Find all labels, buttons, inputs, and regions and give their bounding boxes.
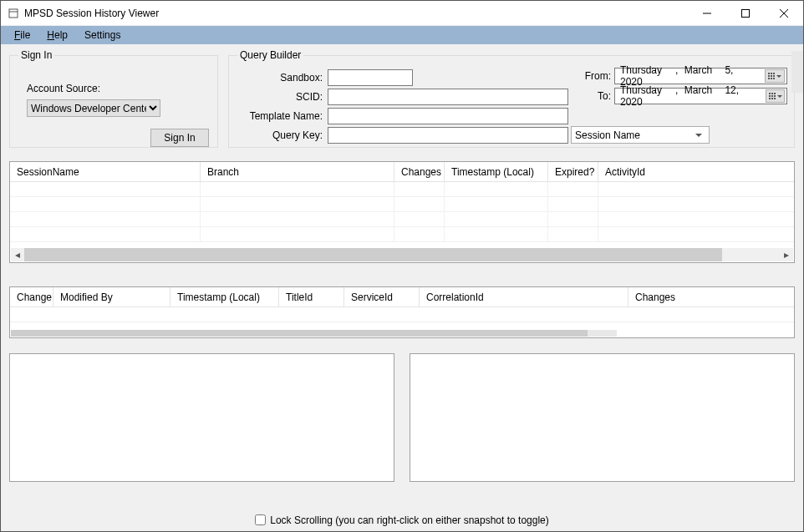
to-label: To: [598,90,611,102]
table-row[interactable] [10,182,794,197]
footer: Lock Scrolling (you can right-click on e… [1,514,803,529]
right-scrollbar[interactable] [791,51,803,93]
menubar: File Help Settings [1,26,803,44]
col-timestamp[interactable]: Timestamp (Local) [445,162,548,181]
scid-input[interactable] [328,89,568,105]
table-row[interactable] [10,212,794,227]
scroll-right-icon[interactable]: ▸ [780,248,793,261]
titlebar: MPSD Session History Viewer [1,1,803,26]
col-correlationid[interactable]: CorrelationId [420,287,628,307]
signin-group: Sign In Account Source: Windows Develope… [9,49,218,148]
snapshot-right-pane[interactable] [410,353,795,482]
signin-legend: Sign In [18,49,54,61]
table-row[interactable] [10,227,794,242]
table-row[interactable] [10,197,794,212]
col-expired[interactable]: Expired? [548,162,598,181]
col-serviceid[interactable]: ServiceId [344,287,420,307]
col-timestamp2[interactable]: Timestamp (Local) [170,287,279,307]
account-source-select[interactable]: Windows Developer Center [27,99,160,117]
sessions-grid-header: SessionName Branch Changes Timestamp (Lo… [10,162,794,182]
changes-hscrollbar[interactable] [11,330,617,337]
from-date-picker[interactable]: Thursday, March 5, 2020 [614,68,787,84]
content-area: Sign In Account Source: Windows Develope… [1,44,803,531]
menu-help[interactable]: Help [38,28,76,43]
changes-grid[interactable]: Change Modified By Timestamp (Local) Tit… [9,286,795,338]
sandbox-label: Sandbox: [237,72,328,84]
from-label: From: [585,70,611,82]
query-legend: Query Builder [237,49,303,61]
table-row[interactable] [10,307,794,322]
to-date-dropdown-icon[interactable] [766,89,785,103]
query-key-type-select[interactable]: Session Name [571,126,710,144]
close-button[interactable] [765,1,803,26]
sessions-grid-body [10,182,794,242]
scid-label: SCID: [237,91,328,103]
to-date-picker[interactable]: Thursday, March 12, 2020 [614,88,787,104]
sandbox-input[interactable] [328,69,413,86]
minimize-button[interactable] [688,1,726,26]
col-sessionname[interactable]: SessionName [10,162,201,181]
sessions-hscrollbar[interactable]: ◂ ▸ [11,248,793,261]
col-modifiedby[interactable]: Modified By [53,287,170,307]
lock-scrolling-checkbox[interactable] [255,514,266,525]
col-branch[interactable]: Branch [201,162,394,181]
scroll-left-icon[interactable]: ◂ [11,248,24,261]
template-name-input[interactable] [328,108,568,124]
account-source-label: Account Source: [27,83,209,94]
app-icon [8,8,19,19]
scroll-thumb[interactable] [24,248,722,261]
col-changes2[interactable]: Changes [628,287,760,307]
col-titleid[interactable]: TitleId [279,287,344,307]
query-builder-group: Query Builder Sandbox: SCID: Template Na… [228,49,795,148]
lock-scrolling-label[interactable]: Lock Scrolling (you can right-click on e… [255,514,549,526]
from-date-dropdown-icon[interactable] [765,69,785,83]
maximize-button[interactable] [726,1,765,26]
menu-file[interactable]: File [6,28,38,43]
scroll-thumb[interactable] [11,330,588,337]
changes-grid-header: Change Modified By Timestamp (Local) Tit… [10,287,794,307]
sessions-grid[interactable]: SessionName Branch Changes Timestamp (Lo… [9,161,795,263]
signin-button[interactable]: Sign In [150,129,209,147]
menu-settings[interactable]: Settings [76,28,129,43]
query-key-input[interactable] [328,127,568,144]
svg-rect-0 [9,9,18,18]
col-changes[interactable]: Changes [394,162,445,181]
template-label: Template Name: [237,110,328,122]
col-change[interactable]: Change [10,287,53,307]
svg-rect-3 [742,9,750,17]
changes-grid-body [10,307,794,322]
window-title: MPSD Session History Viewer [24,8,688,19]
col-activityid[interactable]: ActivityId [598,162,760,181]
query-key-label: Query Key: [237,129,328,141]
snapshot-left-pane[interactable] [9,353,394,482]
